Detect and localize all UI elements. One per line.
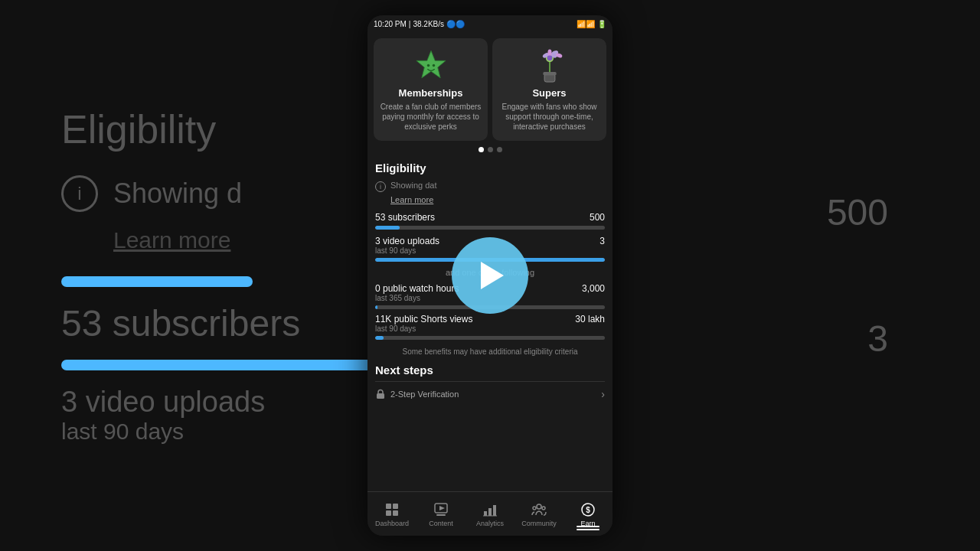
nav-dashboard-label: Dashboard xyxy=(375,520,409,527)
earn-icon: $ xyxy=(580,502,596,517)
shorts-views-progress-track xyxy=(375,336,605,340)
subscribers-progress-fill xyxy=(375,226,400,230)
svg-rect-23 xyxy=(493,505,496,516)
watch-hours-sublabel: last 365 days xyxy=(375,294,459,302)
shorts-views-progress-fill xyxy=(375,336,384,340)
nav-earn[interactable]: $ Earn xyxy=(564,501,612,527)
bg-right-val2: 3 xyxy=(827,318,888,360)
status-bar: 10:20 PM | 38.2KB/s 🔵🔵 📶📶 🔋 xyxy=(368,15,612,32)
memberships-card-title: Memberships xyxy=(399,87,463,99)
cards-row: Memberships Create a fan club of members… xyxy=(368,32,612,141)
content-icon xyxy=(433,502,449,517)
svg-rect-4 xyxy=(543,72,556,75)
svg-point-27 xyxy=(542,507,545,510)
svg-rect-17 xyxy=(393,510,398,516)
status-time: 10:20 PM xyxy=(374,20,407,28)
nav-dashboard[interactable]: Dashboard xyxy=(368,501,416,527)
dot-2 xyxy=(488,147,493,152)
subscribers-target: 500 xyxy=(590,212,605,223)
svg-point-25 xyxy=(537,504,541,509)
dot-3 xyxy=(497,147,502,152)
showing-data-text: Showing dat xyxy=(390,181,437,190)
next-step-label: 2-Step Verification xyxy=(390,390,459,399)
svg-rect-15 xyxy=(393,504,398,509)
showing-data-row: i Showing dat xyxy=(375,181,605,192)
status-speed: 38.2KB/s xyxy=(413,20,444,28)
supers-card-desc: Engage with fans who show support throug… xyxy=(498,102,600,132)
uploads-sublabel: last 90 days xyxy=(375,246,439,255)
nav-community[interactable]: Community xyxy=(514,501,564,527)
status-separator: | xyxy=(409,20,411,28)
svg-point-10 xyxy=(547,55,552,60)
eligibility-title: Eligibility xyxy=(375,161,605,174)
svg-rect-20 xyxy=(436,514,446,516)
nav-content-label: Content xyxy=(429,520,453,527)
bg-progress-bar-1 xyxy=(61,276,253,287)
shorts-views-sublabel: last 90 days xyxy=(375,324,472,333)
lock-icon xyxy=(375,389,386,399)
nav-analytics-label: Analytics xyxy=(476,520,504,527)
uploads-target: 3 xyxy=(599,236,605,255)
svg-rect-16 xyxy=(386,510,391,516)
dots-indicator xyxy=(368,141,612,158)
subscribers-progress-track xyxy=(375,226,605,230)
subscribers-label: 53 subscribers xyxy=(375,212,435,223)
community-icon xyxy=(531,502,547,517)
supers-card-title: Supers xyxy=(532,87,566,99)
supers-card[interactable]: Supers Engage with fans who show support… xyxy=(492,38,606,141)
chevron-right-icon: › xyxy=(601,388,605,400)
dashboard-icon xyxy=(384,502,400,517)
next-step-item[interactable]: 2-Step Verification › xyxy=(375,381,605,406)
svg-rect-22 xyxy=(488,508,492,516)
svg-marker-0 xyxy=(416,51,445,78)
status-icons: 🔵🔵 xyxy=(446,20,465,28)
shorts-views-target: 30 lakh xyxy=(575,314,605,333)
svg-rect-14 xyxy=(386,504,391,509)
nav-content[interactable]: Content xyxy=(416,501,466,527)
subscribers-metric: 53 subscribers 500 xyxy=(375,212,605,230)
bg-showing-text: Showing d xyxy=(113,178,242,210)
svg-rect-21 xyxy=(484,511,487,516)
svg-text:$: $ xyxy=(586,506,590,514)
supers-icon xyxy=(530,47,570,87)
nav-earn-indicator xyxy=(577,526,599,527)
svg-point-1 xyxy=(426,64,429,67)
bg-info-icon: i xyxy=(61,175,98,212)
svg-marker-19 xyxy=(439,506,445,510)
info-circle-icon: i xyxy=(375,181,386,192)
uploads-label: 3 video uploads xyxy=(375,236,439,246)
phone-frame: 10:20 PM | 38.2KB/s 🔵🔵 📶📶 🔋 Membership xyxy=(368,15,612,536)
svg-point-26 xyxy=(533,507,536,510)
memberships-icon xyxy=(411,47,451,87)
memberships-card-desc: Create a fan club of members paying mont… xyxy=(380,102,482,132)
watch-hours-target: 3,000 xyxy=(582,283,605,302)
analytics-icon xyxy=(482,502,498,517)
shorts-views-label: 11K public Shorts views xyxy=(375,314,472,324)
svg-rect-13 xyxy=(377,393,384,399)
svg-point-2 xyxy=(432,64,434,67)
watch-hours-label: 0 public watch hours xyxy=(375,283,459,294)
play-triangle-icon xyxy=(481,262,504,289)
learn-more-link[interactable]: Learn more xyxy=(390,195,605,204)
status-battery: 🔋 xyxy=(597,20,606,28)
play-button[interactable] xyxy=(452,237,528,314)
bottom-nav: Dashboard Content Analyti xyxy=(368,491,612,536)
shorts-views-metric: 11K public Shorts views last 90 days 30 … xyxy=(375,314,605,340)
next-steps-title: Next steps xyxy=(375,364,605,377)
memberships-card[interactable]: Memberships Create a fan club of members… xyxy=(374,38,488,141)
dot-1 xyxy=(479,147,484,152)
nav-analytics[interactable]: Analytics xyxy=(466,501,514,527)
bg-right-val1: 500 xyxy=(827,191,888,233)
watch-hours-progress-fill xyxy=(375,305,377,309)
status-signal-icons: 📶📶 xyxy=(577,20,595,28)
svg-point-9 xyxy=(547,50,551,57)
nav-community-label: Community xyxy=(521,520,557,527)
some-benefits-text: Some benefits may have additional eligib… xyxy=(375,347,605,356)
